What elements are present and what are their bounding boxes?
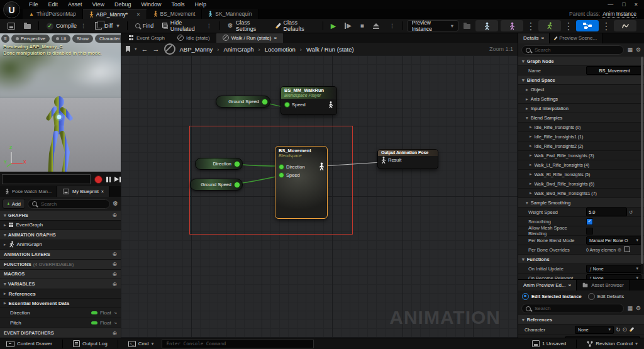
cat-object[interactable]: ▸ Object	[518, 85, 644, 94]
maximize-icon[interactable]: □	[622, 1, 625, 8]
output-log-button[interactable]: Output Log	[69, 340, 111, 348]
variable-direction[interactable]: Direction Float ~	[0, 308, 121, 318]
viewport-menu-icon[interactable]: ≡	[1, 35, 9, 43]
cat-blend-samples[interactable]: ▾ Blend Samples	[518, 113, 644, 123]
mesh-space-checkbox[interactable]	[586, 228, 593, 235]
output-pin[interactable]	[262, 99, 268, 105]
section-animation-graphs[interactable]: ▾ ANIMATION GRAPHS	[0, 230, 121, 240]
blend-sample-row[interactable]: ▸Idle_Rifle_Ironsights2 (2)	[518, 141, 644, 151]
content-drawer-button[interactable]: Content Drawer	[3, 340, 56, 348]
menu-asset[interactable]: Asset	[63, 0, 87, 9]
class-defaults-button[interactable]: Class Defaults	[272, 20, 319, 31]
skeletal-mesh-asset-button[interactable]	[501, 20, 523, 31]
variable-pitch[interactable]: Pitch Float ~	[0, 318, 121, 328]
animation-asset-button[interactable]	[538, 20, 561, 31]
revision-control-button[interactable]: Revision Control ▾	[583, 340, 641, 348]
section-animation-layers[interactable]: ANIMATION LAYERS ⊕	[0, 250, 121, 260]
tab-event-graph[interactable]: Event Graph	[123, 33, 171, 43]
forward-icon[interactable]: →	[153, 45, 160, 53]
eject-button[interactable]	[369, 20, 383, 31]
tab-my-blueprint[interactable]: My Blueprint ×	[57, 186, 109, 197]
pose-output-pin-icon[interactable]	[319, 162, 325, 170]
browse-to-icon[interactable]: ⊙	[623, 327, 628, 333]
find-button[interactable]: Find	[131, 20, 158, 31]
tab-abp-manny[interactable]: ABP_Manny* ×	[83, 9, 147, 19]
stop-button[interactable]: ■	[357, 20, 368, 31]
item-essential-movement-data[interactable]: ▸ Essential Movement Data	[0, 299, 121, 308]
breadcrumb-locomotion[interactable]: Locomotion	[265, 46, 296, 53]
close-icon[interactable]: ×	[569, 282, 572, 288]
breadcrumb-walkrun[interactable]: Walk / Run (state)	[306, 46, 354, 53]
input-pin[interactable]	[284, 102, 290, 108]
menu-view[interactable]: View	[87, 0, 109, 9]
header-blend-space[interactable]: ▾ Blend Space	[518, 75, 644, 85]
perspective-button[interactable]: Perspective	[11, 35, 50, 43]
node-bs-movement[interactable]: BS_Movement Blendspace Direction Speed	[275, 146, 328, 219]
back-icon[interactable]: ←	[142, 45, 148, 53]
header-functions[interactable]: ▾ Functions	[518, 255, 644, 264]
add-circle-icon[interactable]: ⊕	[112, 251, 117, 257]
cat-sample-smoothing[interactable]: ▾ Sample Smoothing	[518, 198, 644, 208]
section-graphs[interactable]: ▾ GRAPHS ⊕	[0, 211, 121, 221]
section-functions[interactable]: FUNCTIONS (4 OVERRIDABLE) ⊕	[0, 260, 121, 270]
blend-sample-row[interactable]: ▸Walk_Bwd_Rifle_Ironsights1 (7)	[518, 189, 644, 198]
curve-icon[interactable]: ~	[114, 310, 117, 316]
close-icon[interactable]: ×	[274, 35, 277, 41]
tab-idle-state[interactable]: Idle (state)	[171, 33, 216, 43]
breadcrumb-abp-manny[interactable]: ABP_Manny	[180, 46, 213, 53]
add-circle-icon[interactable]: ⊕	[112, 330, 117, 336]
node-output-animation-pose[interactable]: Output Animation Pose Result	[377, 149, 438, 169]
blend-sample-row[interactable]: ▸Walk_Rt_Rifle_Ironsights (5)	[518, 170, 644, 179]
blend-sample-row[interactable]: ▸Idle_Rifle_Ironsights1 (1)	[518, 132, 644, 141]
menu-debug[interactable]: Debug	[109, 0, 136, 9]
name-field[interactable]	[586, 66, 643, 75]
var-node-ground-speed-1[interactable]: Ground Speed	[216, 96, 270, 108]
preview-instance-dropdown[interactable]: Preview Instance ▾	[407, 20, 458, 31]
character-button[interactable]: Character	[95, 35, 121, 43]
close-icon[interactable]: ×	[541, 35, 544, 41]
compile-button[interactable]: ✓ Compile⋮	[43, 20, 90, 31]
menu-edit[interactable]: Edit	[43, 0, 64, 9]
close-icon[interactable]: ×	[101, 189, 104, 194]
tab-walkrun-state[interactable]: Walk / Run (state) ×	[216, 33, 283, 43]
blend-sample-row[interactable]: ▸Walk_Fwd_Rifle_Ironsights (3)	[518, 151, 644, 160]
display-options-icon[interactable]: ▦	[627, 306, 633, 311]
add-circle-icon[interactable]: ⊕	[112, 261, 117, 267]
tab-asset-browser[interactable]: Asset Browser	[577, 280, 630, 291]
play-button[interactable]: ▶	[327, 20, 340, 31]
var-node-ground-speed-2[interactable]: Ground Speed	[190, 179, 243, 191]
play-options-button[interactable]: ⋮	[384, 20, 399, 31]
skeleton-asset-button[interactable]	[475, 20, 498, 31]
minimize-icon[interactable]: —	[608, 1, 613, 8]
output-pin[interactable]	[234, 161, 240, 167]
cat-axis-settings[interactable]: ▸ Axis Settings	[518, 94, 644, 104]
character-dropdown[interactable]: None ▾	[575, 326, 614, 334]
tab-sk-mannequin[interactable]: SK_Mannequin	[202, 9, 258, 19]
record-button[interactable]	[94, 175, 103, 184]
pause-button[interactable]	[106, 177, 111, 182]
menu-file[interactable]: File	[24, 0, 43, 9]
menu-help[interactable]: Help	[189, 0, 211, 9]
lit-button[interactable]: Lit	[52, 35, 70, 43]
section-macros[interactable]: MACROS ⊕	[0, 270, 121, 280]
my-blueprint-search[interactable]	[28, 199, 110, 209]
on-initial-update-dropdown[interactable]: ƒ None ▾	[586, 265, 641, 273]
chevron-down-icon[interactable]: ▾	[135, 47, 137, 52]
parent-class-value[interactable]: Anim Instance	[602, 11, 636, 18]
input-pin-speed[interactable]	[279, 172, 284, 178]
section-variables[interactable]: ▾ VARIABLES ⊕	[0, 279, 121, 289]
close-icon[interactable]: ×	[635, 1, 638, 8]
preview-viewport[interactable]: ≡ Perspective Lit Show Character L Previ…	[0, 33, 121, 186]
curve-icon[interactable]: ~	[114, 320, 117, 326]
console-command-input[interactable]	[162, 340, 314, 348]
physics-asset-button[interactable]	[614, 20, 636, 31]
gear-icon[interactable]: ⚙	[636, 306, 641, 311]
cat-input-interpolation[interactable]: ▸ Input Interpolation	[518, 104, 644, 113]
graph-canvas[interactable]: Ground Speed BS_MM_WalkRun Blendspace Pl…	[121, 55, 518, 338]
add-circle-icon[interactable]: ⊕	[112, 271, 117, 277]
class-settings-button[interactable]: ⚙Class Settings	[224, 20, 270, 31]
use-selected-icon[interactable]: ↻	[616, 327, 621, 333]
breadcrumb-animgraph[interactable]: AnimGraph	[224, 46, 254, 53]
unsaved-button[interactable]: 1 Unsaved	[528, 340, 570, 348]
smoothing-checkbox[interactable]: ✓	[586, 218, 593, 225]
